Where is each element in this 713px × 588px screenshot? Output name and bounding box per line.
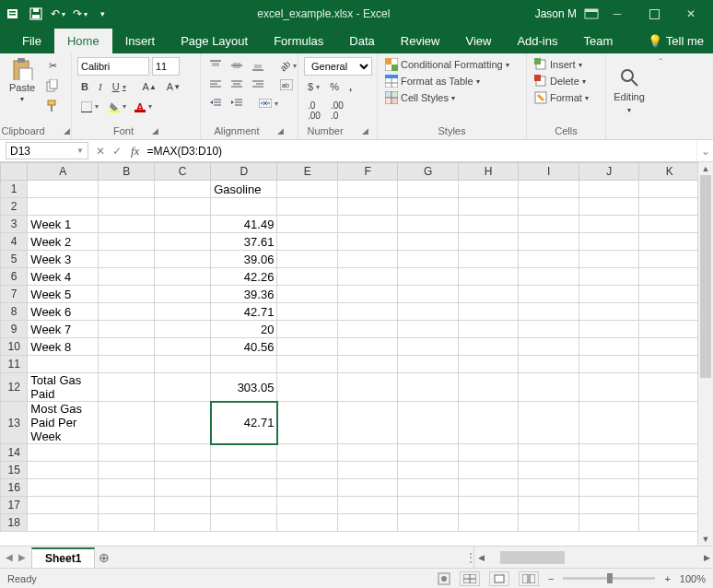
cell-G2[interactable]: [398, 198, 459, 216]
tab-scroll-right-icon[interactable]: ▶: [18, 552, 26, 562]
tab-page-layout[interactable]: Page Layout: [168, 29, 261, 53]
row-header-16[interactable]: 16: [1, 479, 28, 497]
tab-insert[interactable]: Insert: [112, 29, 169, 53]
cell-H10[interactable]: [458, 338, 519, 356]
cell-I13[interactable]: [519, 402, 579, 444]
page-layout-view-icon[interactable]: [489, 571, 509, 586]
cell-I10[interactable]: [519, 338, 579, 356]
cell-D6[interactable]: 42.26: [211, 268, 277, 286]
cell-G12[interactable]: [398, 373, 459, 402]
cell-J13[interactable]: [579, 402, 639, 444]
col-header-H[interactable]: H: [458, 163, 519, 181]
scroll-up-icon[interactable]: ▲: [698, 162, 713, 175]
cell-J15[interactable]: [579, 462, 639, 479]
number-launcher[interactable]: ◢: [362, 126, 368, 135]
cell-G15[interactable]: [398, 462, 459, 479]
cell-G3[interactable]: [398, 216, 459, 233]
cell-C8[interactable]: [155, 303, 211, 321]
cell-J9[interactable]: [579, 321, 639, 338]
row-header-10[interactable]: 10: [1, 338, 28, 356]
align-bottom-icon[interactable]: [249, 57, 267, 74]
cell-J18[interactable]: [579, 514, 639, 532]
cell-J11[interactable]: [579, 356, 639, 373]
copy-icon[interactable]: [42, 76, 63, 95]
cell-J10[interactable]: [579, 338, 639, 356]
cell-D10[interactable]: 40.56: [211, 338, 277, 356]
formula-input[interactable]: [143, 140, 696, 161]
cell-I14[interactable]: [519, 444, 579, 462]
cell-B17[interactable]: [99, 497, 155, 514]
vscroll-thumb[interactable]: [700, 175, 711, 378]
cell-B7[interactable]: [99, 286, 155, 303]
cell-J14[interactable]: [579, 444, 639, 462]
cell-C3[interactable]: [155, 216, 211, 233]
font-launcher[interactable]: ◢: [152, 126, 158, 135]
cell-D2[interactable]: [211, 198, 277, 216]
paste-button[interactable]: Paste ▾: [6, 57, 39, 103]
currency-icon[interactable]: $: [304, 78, 323, 95]
cell-I5[interactable]: [519, 251, 579, 268]
cell-J7[interactable]: [579, 286, 639, 303]
cell-A17[interactable]: [28, 497, 99, 514]
row-header-8[interactable]: 8: [1, 303, 28, 321]
cell-G14[interactable]: [398, 444, 459, 462]
normal-view-icon[interactable]: [460, 571, 480, 586]
cell-H12[interactable]: [458, 373, 519, 402]
cell-D8[interactable]: 42.71: [211, 303, 277, 321]
page-break-view-icon[interactable]: [519, 571, 539, 586]
tab-view[interactable]: View: [452, 29, 504, 53]
cell-H13[interactable]: [458, 402, 519, 444]
cell-B18[interactable]: [99, 514, 155, 532]
cell-A13[interactable]: Most Gas Paid Per Week: [28, 402, 99, 444]
italic-button[interactable]: I: [95, 78, 106, 95]
col-header-K[interactable]: K: [639, 163, 697, 181]
qat-customize-icon[interactable]: ▾: [92, 4, 112, 24]
col-header-J[interactable]: J: [579, 163, 639, 181]
cell-G18[interactable]: [398, 514, 459, 532]
cell-J4[interactable]: [579, 233, 639, 251]
cell-D7[interactable]: 39.36: [211, 286, 277, 303]
cell-E6[interactable]: [277, 268, 338, 286]
conditional-formatting-button[interactable]: Conditional Formatting▾: [383, 57, 511, 72]
cell-A2[interactable]: [28, 198, 99, 216]
cell-F14[interactable]: [337, 444, 398, 462]
cell-K9[interactable]: [639, 321, 697, 338]
new-sheet-button[interactable]: ⊕: [95, 547, 113, 568]
col-header-G[interactable]: G: [398, 163, 459, 181]
cell-F5[interactable]: [337, 251, 398, 268]
cell-A5[interactable]: Week 3: [28, 251, 99, 268]
cell-G1[interactable]: [398, 181, 459, 198]
align-middle-icon[interactable]: [228, 57, 246, 74]
cell-A4[interactable]: Week 2: [28, 233, 99, 251]
cell-E12[interactable]: [277, 373, 338, 402]
percent-icon[interactable]: %: [326, 78, 343, 95]
cell-C5[interactable]: [155, 251, 211, 268]
expand-formula-bar-icon[interactable]: ⌄: [696, 140, 713, 161]
cell-C7[interactable]: [155, 286, 211, 303]
col-header-E[interactable]: E: [277, 163, 338, 181]
row-header-17[interactable]: 17: [1, 497, 28, 514]
cell-F18[interactable]: [337, 514, 398, 532]
zoom-level[interactable]: 100%: [680, 573, 706, 584]
clipboard-launcher[interactable]: ◢: [64, 126, 70, 135]
cell-G5[interactable]: [398, 251, 459, 268]
cell-K13[interactable]: [639, 402, 697, 444]
row-header-7[interactable]: 7: [1, 286, 28, 303]
cell-C10[interactable]: [155, 338, 211, 356]
cell-D13[interactable]: 42.71: [211, 402, 277, 444]
cell-A14[interactable]: [28, 444, 99, 462]
cell-A7[interactable]: Week 5: [28, 286, 99, 303]
enter-formula-icon[interactable]: ✓: [112, 145, 122, 158]
cell-I12[interactable]: [519, 373, 579, 402]
row-header-1[interactable]: 1: [1, 181, 28, 198]
row-header-3[interactable]: 3: [1, 216, 28, 233]
zoom-in-button[interactable]: +: [664, 573, 670, 584]
cell-D12[interactable]: 303.05: [211, 373, 277, 402]
zoom-slider[interactable]: [563, 577, 655, 580]
cell-K15[interactable]: [639, 462, 697, 479]
cell-C17[interactable]: [155, 497, 211, 514]
format-cells-button[interactable]: Format▾: [532, 90, 590, 105]
cell-E14[interactable]: [277, 444, 338, 462]
sheet-tab-active[interactable]: Sheet1: [31, 547, 95, 568]
cell-H1[interactable]: [458, 181, 519, 198]
